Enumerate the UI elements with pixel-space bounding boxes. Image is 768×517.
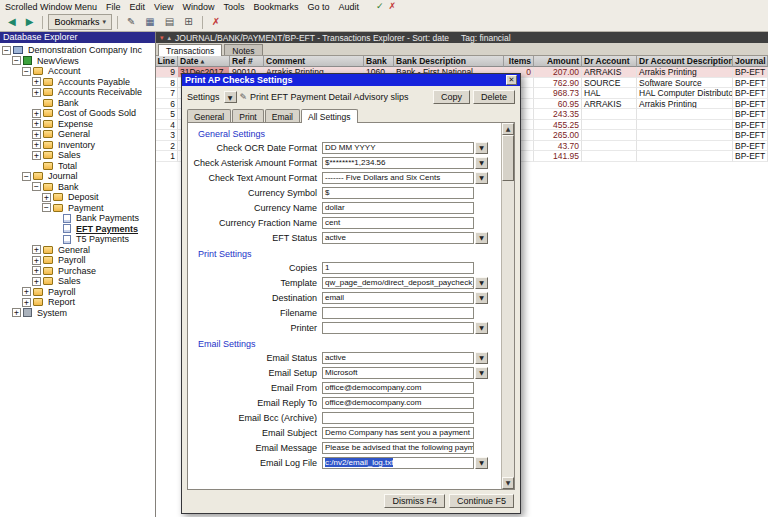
nav-back-button[interactable]: ◀ (4, 14, 20, 30)
menu-item-go-to[interactable]: Go to (307, 2, 329, 12)
edit-annotation-button[interactable]: ✎ (123, 14, 139, 30)
cell-dr-account-description[interactable] (637, 130, 733, 141)
cell-journal[interactable]: BP-EFT (733, 88, 768, 99)
tree-item-eft-payments[interactable]: EFT Payments (0, 224, 155, 235)
menu-item-tools[interactable]: Tools (223, 2, 244, 12)
cell-dr-account[interactable]: HAL (582, 88, 637, 99)
expand-icon[interactable]: + (32, 119, 41, 128)
tree-item-general[interactable]: +General (0, 129, 155, 140)
dialog-titlebar[interactable]: Print AP Checks Settings ✕ (182, 74, 520, 86)
cell-amount[interactable]: 60.95 (534, 99, 582, 110)
check-asterisk-amount-format-dropdown-icon[interactable]: ▼ (475, 157, 488, 169)
dialog-tab-general[interactable]: General (187, 109, 231, 122)
cell-journal[interactable]: BP-EFT (733, 120, 768, 131)
dismiss-button[interactable]: Dismiss F4 (384, 494, 445, 508)
menu-item-view[interactable]: View (154, 2, 173, 12)
scroll-up-icon[interactable]: ▲ (502, 123, 514, 135)
menu-item-audit[interactable]: Audit (339, 2, 360, 12)
expand-icon[interactable]: + (32, 256, 41, 265)
cell-dr-account[interactable] (582, 120, 637, 131)
cell-journal[interactable]: BP-EFT (733, 151, 768, 162)
expand-icon[interactable]: + (22, 298, 31, 307)
dialog-tab-print[interactable]: Print (232, 109, 263, 122)
tree-item-sales[interactable]: +Sales (0, 276, 155, 287)
check-text-amount-format-dropdown-icon[interactable]: ▼ (475, 172, 488, 184)
cell-line[interactable]: 5 (156, 109, 178, 120)
cell-dr-account[interactable] (582, 151, 637, 162)
collapse-icon[interactable]: − (2, 46, 11, 55)
expand-icon[interactable]: + (22, 287, 31, 296)
currency-symbol-input[interactable]: $ (322, 187, 474, 199)
tree-item-sales[interactable]: +Sales (0, 150, 155, 161)
check-ocr-date-format-dropdown-icon[interactable]: ▼ (475, 142, 488, 154)
cell-dr-account-description[interactable] (637, 120, 733, 131)
copies-input[interactable]: 1 (322, 262, 474, 274)
column-header-comment[interactable]: Comment (264, 56, 364, 67)
scroll-track[interactable] (502, 135, 514, 477)
copy-button[interactable]: Copy (433, 90, 470, 104)
column-header-dr-account[interactable]: Dr Account (582, 56, 637, 67)
cell-journal[interactable]: BP-EFT (733, 67, 768, 78)
filename-input[interactable] (322, 307, 474, 319)
destination-dropdown-icon[interactable]: ▼ (475, 292, 488, 304)
expand-icon[interactable]: + (12, 308, 21, 317)
cell-line[interactable]: 9 (156, 67, 178, 78)
email-setup-input[interactable]: Microsoft (322, 367, 474, 379)
cell-amount[interactable]: 265.00 (534, 130, 582, 141)
tree-item-inventory[interactable]: +Inventory (0, 140, 155, 151)
cell-amount[interactable]: 968.73 (534, 88, 582, 99)
eft-status-dropdown-icon[interactable]: ▼ (475, 232, 488, 244)
menu-item-file[interactable]: File (106, 2, 121, 12)
audit-check-icon[interactable]: ✓ (376, 1, 384, 12)
cell-dr-account-description[interactable] (637, 151, 733, 162)
tree-item-bank[interactable]: Bank (0, 98, 155, 109)
close-icon[interactable]: ✕ (506, 75, 517, 85)
cell-dr-account[interactable] (582, 130, 637, 141)
eft-status-input[interactable]: active (322, 232, 474, 244)
expand-icon[interactable]: + (42, 193, 51, 202)
cell-line[interactable]: 2 (156, 141, 178, 152)
check-text-amount-format-input[interactable]: ------- Five Dollars and Six Cents (322, 172, 474, 184)
collapse-icon[interactable]: − (12, 56, 21, 65)
check-asterisk-amount-format-input[interactable]: $********1,234.56 (322, 157, 474, 169)
cell-amount[interactable]: 207.00 (534, 67, 582, 78)
expand-icon[interactable]: + (32, 277, 41, 286)
expand-icon[interactable]: + (32, 77, 41, 86)
tree-item-purchase[interactable]: +Purchase (0, 266, 155, 277)
cell-dr-account[interactable]: ARRAKIS (582, 67, 637, 78)
tree-item-payment[interactable]: −Payment (0, 203, 155, 214)
tree-item-accounts-payable[interactable]: +Accounts Payable (0, 77, 155, 88)
continue-button[interactable]: Continue F5 (449, 494, 514, 508)
cell-dr-account-description[interactable] (637, 141, 733, 152)
menu-item-scrolled-window-menu[interactable]: Scrolled Window Menu (5, 2, 97, 12)
dialog-tab-email[interactable]: Email (265, 109, 300, 122)
tree-item-demonstration-company-inc[interactable]: −Demonstration Company Inc (0, 45, 155, 56)
email-setup-dropdown-icon[interactable]: ▼ (475, 367, 488, 379)
check-ocr-date-format-input[interactable]: DD MM YYYY (322, 142, 474, 154)
column-header-items[interactable]: Items (504, 56, 534, 67)
template-input[interactable]: qw_page_demo/direct_deposit_paycheck_det… (322, 277, 474, 289)
email-reply-to-input[interactable]: office@democompany.com (322, 397, 474, 409)
cell-amount[interactable]: 243.35 (534, 109, 582, 120)
pane-collapse-icon[interactable]: ▾ (160, 34, 164, 42)
email-subject-input[interactable]: Demo Company has sent you a payment (322, 427, 474, 439)
cell-journal[interactable]: BP-EFT (733, 99, 768, 110)
expand-icon[interactable]: + (32, 245, 41, 254)
cell-dr-account-description[interactable]: Arrakis Printing (637, 67, 733, 78)
collapse-icon[interactable]: − (22, 67, 31, 76)
tree-item-t5-payments[interactable]: T5 Payments (0, 234, 155, 245)
cell-dr-account[interactable]: ARRAKIS (582, 99, 637, 110)
cell-dr-account[interactable]: SOURCE (582, 78, 637, 89)
menu-item-edit[interactable]: Edit (130, 2, 146, 12)
cell-journal[interactable]: BP-EFT (733, 130, 768, 141)
tree-item-report[interactable]: +Report (0, 297, 155, 308)
tree-item-cost-of-goods-sold[interactable]: +Cost of Goods Sold (0, 108, 155, 119)
cell-journal[interactable]: BP-EFT (733, 109, 768, 120)
tree-item-accounts-receivable[interactable]: +Accounts Receivable (0, 87, 155, 98)
column-header-line[interactable]: Line (156, 56, 178, 67)
tree-item-total[interactable]: Total (0, 161, 155, 172)
cell-amount[interactable]: 43.70 (534, 141, 582, 152)
tree-item-general[interactable]: +General (0, 245, 155, 256)
column-header-bank-description[interactable]: Bank Description (394, 56, 504, 67)
collapse-icon[interactable]: − (42, 203, 51, 212)
